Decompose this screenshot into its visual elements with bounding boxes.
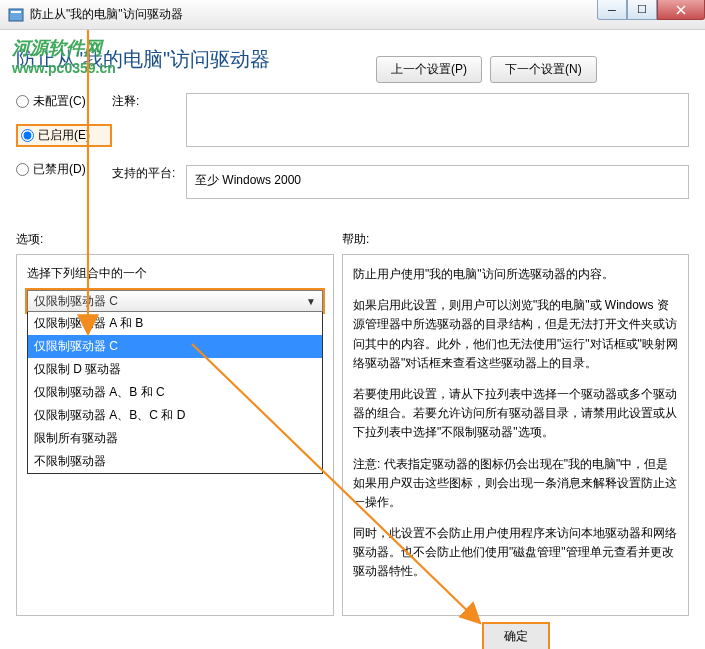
list-item[interactable]: 仅限制驱动器 A、B、C 和 D — [28, 404, 322, 427]
help-text: 防止用户使用"我的电脑"访问所选驱动器的内容。 如果启用此设置，则用户可以浏览"… — [342, 254, 689, 616]
radio-unconfigured[interactable]: 未配置(C) — [16, 93, 112, 110]
drive-combo[interactable]: 仅限制驱动器 C ▼ — [27, 290, 323, 312]
title-bar: 防止从"我的电脑"访问驱动器 ─ ☐ — [0, 0, 705, 30]
svg-rect-0 — [9, 9, 23, 21]
ok-button[interactable]: 确定 — [482, 622, 550, 649]
help-label: 帮助: — [342, 231, 689, 248]
page-title: 防止从"我的电脑"访问驱动器 — [16, 40, 376, 73]
options-instruction: 选择下列组合中的一个 — [27, 265, 323, 282]
radio-enabled[interactable]: 已启用(E) — [16, 124, 112, 147]
state-radios: 未配置(C) 已启用(E) 已禁用(D) — [16, 93, 112, 217]
comment-label: 注释: — [112, 93, 186, 147]
list-item[interactable]: 仅限制驱动器 C — [28, 335, 322, 358]
prev-setting-button[interactable]: 上一个设置(P) — [376, 56, 482, 83]
list-item[interactable]: 仅限制驱动器 A 和 B — [28, 312, 322, 335]
list-item[interactable]: 仅限制 D 驱动器 — [28, 358, 322, 381]
options-label: 选项: — [16, 231, 334, 248]
maximize-button[interactable]: ☐ — [627, 0, 657, 20]
app-icon — [8, 7, 24, 23]
window-controls: ─ ☐ — [597, 0, 705, 20]
svg-rect-1 — [11, 11, 21, 13]
chevron-down-icon: ▼ — [306, 296, 316, 307]
minimize-button[interactable]: ─ — [597, 0, 627, 20]
list-item[interactable]: 仅限制驱动器 A、B 和 C — [28, 381, 322, 404]
close-button[interactable] — [657, 0, 705, 20]
platform-label: 支持的平台: — [112, 165, 186, 199]
next-setting-button[interactable]: 下一个设置(N) — [490, 56, 597, 83]
comment-input[interactable] — [186, 93, 689, 147]
radio-disabled[interactable]: 已禁用(D) — [16, 161, 112, 178]
platform-value: 至少 Windows 2000 — [186, 165, 689, 199]
drive-dropdown: 仅限制驱动器 A 和 B 仅限制驱动器 C 仅限制 D 驱动器 仅限制驱动器 A… — [27, 312, 323, 474]
window-title: 防止从"我的电脑"访问驱动器 — [30, 6, 183, 23]
combo-selected: 仅限制驱动器 C — [34, 293, 118, 310]
list-item[interactable]: 限制所有驱动器 — [28, 427, 322, 450]
list-item[interactable]: 不限制驱动器 — [28, 450, 322, 473]
